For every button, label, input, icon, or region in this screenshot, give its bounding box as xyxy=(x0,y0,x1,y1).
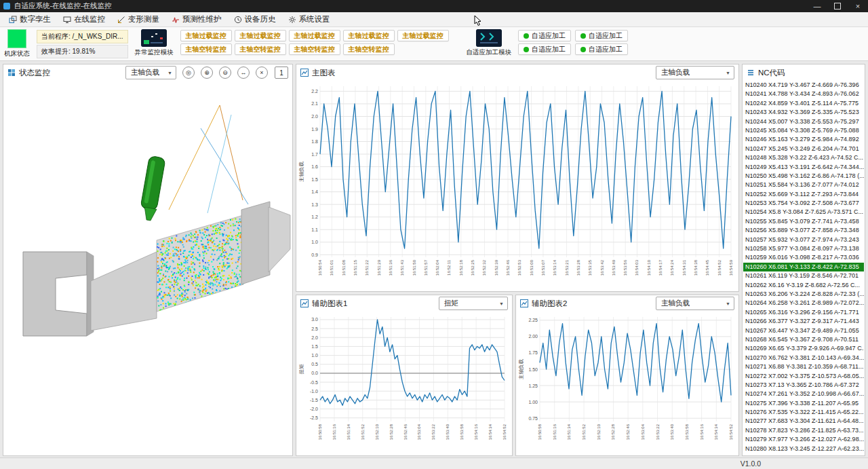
menu-item-system-settings[interactable]: 系统设置 xyxy=(282,12,336,26)
line-chart-icon xyxy=(520,299,528,307)
nc-code-line[interactable]: N10268 X6.545 Y-3.367 Z-9.708 A-70.511 xyxy=(743,335,864,344)
spindle-idle-monitor-button-4[interactable]: 主轴空转监控 xyxy=(343,43,395,55)
nc-code-line[interactable]: N10241 X4.788 Y-3.434 Z-4.893 A-76.062 xyxy=(743,90,864,98)
svg-text:16:54:03: 16:54:03 xyxy=(635,259,639,276)
svg-text:主轴负载: 主轴负载 xyxy=(518,359,524,380)
aux-chart2-signal-dropdown[interactable]: 主轴负载▼ xyxy=(656,297,734,310)
nc-code-line[interactable]: N10244 X5.007 Y-3.338 Z-5.553 A-75.297 xyxy=(743,117,864,126)
svg-text:1.6: 1.6 xyxy=(311,164,318,169)
spindle-overload-monitor-button-3[interactable]: 主轴过载监控 xyxy=(289,30,340,41)
nc-code-line[interactable]: N10240 X4.719 Y-3.467 Z-4.669 A-76.396 xyxy=(743,81,864,90)
nc-code-line[interactable]: N10242 X4.859 Y-3.401 Z-5.114 A-75.775 xyxy=(743,99,864,108)
spindle-overload-monitor-button-2[interactable]: 主轴过载监控 xyxy=(235,30,286,41)
machine-status-label: 机床状态 xyxy=(4,50,30,58)
maximize-button[interactable] xyxy=(827,0,848,12)
nc-code-line[interactable]: N10280 X8.123 Y-3.245 Z-12.227 A-62.23..… xyxy=(743,445,864,453)
aux-chart1-signal-dropdown[interactable]: 扭矩▼ xyxy=(439,297,508,310)
minimize-button[interactable]: — xyxy=(807,0,827,12)
nc-code-line[interactable]: N10261 X6.119 Y-3.159 Z-8.546 A-72.701 xyxy=(743,271,864,280)
spindle-idle-monitor-button-2[interactable]: 主轴空转监控 xyxy=(235,43,286,55)
menu-item-predict-maintenance[interactable]: 预测性维护 xyxy=(165,12,228,26)
nc-code-line[interactable]: N10250 X5.498 Y-3.162 Z-6.86 A-74.178 (.… xyxy=(743,172,864,181)
nc-code-line[interactable]: N10278 X7.823 Y-3.286 Z-11.825 A-63.73..… xyxy=(743,426,864,435)
nc-code-line[interactable]: N10262 X6.16 Y-3.19 Z-8.682 A-72.56 C... xyxy=(743,281,864,290)
status-panel-header: 状态监控 主轴负载▼ ◎ ⊕ ⊖ ↔ × 1 xyxy=(3,64,292,81)
svg-text:16:54:34: 16:54:34 xyxy=(488,424,492,440)
nc-code-line[interactable]: N10264 X6.258 Y-3.261 Z-8.989 A-72.072..… xyxy=(743,299,864,307)
line-chart-icon xyxy=(300,299,309,307)
svg-text:1.4: 1.4 xyxy=(311,189,318,194)
zoom-level-input[interactable]: 1 xyxy=(275,67,288,79)
nc-code-line[interactable]: N10271 X6.88 Y-3.381 Z-10.359 A-68.711..… xyxy=(743,362,864,371)
adaptive-machining-button-3[interactable]: 自适应加工 xyxy=(518,43,571,55)
nc-code-line[interactable]: N10277 X7.683 Y-3.304 Z-11.621 A-64.48..… xyxy=(743,417,864,426)
svg-text:16:51:16: 16:51:16 xyxy=(553,424,557,440)
spindle-idle-monitor-button-3[interactable]: 主轴空转监控 xyxy=(289,43,340,55)
nc-code-line[interactable]: N10273 X7.13 Y-3.365 Z-10.786 A-67.372 xyxy=(743,381,864,390)
pan-icon[interactable]: ◎ xyxy=(182,67,195,79)
nc-code-line[interactable]: N10260 X6.081 Y-3.133 Z-8.422 A-72.835 xyxy=(743,263,864,271)
nc-code-line[interactable]: N10254 X5.8 Y-3.084 Z-7.625 A-73.571 C..… xyxy=(743,208,864,217)
fit-view-icon[interactable]: ↔ xyxy=(237,67,250,79)
nc-code-line[interactable]: N10259 X6.016 Y-3.098 Z-8.217 A-73.036 xyxy=(743,253,864,262)
adaptive-machining-button-2[interactable]: 自适应加工 xyxy=(575,30,628,41)
spindle-overload-monitor-button-1[interactable]: 主轴过载监控 xyxy=(180,30,232,41)
spindle-overload-monitor-button-4[interactable]: 主轴过载监控 xyxy=(343,30,395,41)
adaptive-module-icon xyxy=(476,29,502,47)
model-3d-view[interactable] xyxy=(4,81,292,455)
nc-code-line[interactable]: N10246 X5.163 Y-3.279 Z-5.984 A-74.892 xyxy=(743,135,864,144)
nc-code-line[interactable]: N10257 X5.932 Y-3.077 Z-7.974 A-73.243 xyxy=(743,236,864,244)
nc-code-line[interactable]: N10274 X7.261 Y-3.352 Z-10.998 A-66.67..… xyxy=(743,390,864,398)
spindle-overload-monitor-button-5[interactable]: 主轴过载监控 xyxy=(397,30,449,41)
svg-text:16:51:01: 16:51:01 xyxy=(330,259,334,276)
menu-item-deform-measure[interactable]: 变形测量 xyxy=(111,12,165,26)
spindle-idle-monitor-button-1[interactable]: 主轴空转监控 xyxy=(180,43,232,55)
nc-code-line[interactable]: N10247 X5.245 Y-3.249 Z-6.204 A-74.701 xyxy=(743,145,864,153)
zoom-out-icon[interactable]: ⊖ xyxy=(219,67,231,79)
menu-item-online-monitor[interactable]: 在线监控 xyxy=(57,12,111,26)
svg-text:16:53:04: 16:53:04 xyxy=(641,424,645,440)
nc-code-line[interactable]: N10275 X7.396 Y-3.338 Z-11.207 A-65.95 xyxy=(743,399,864,408)
nc-code-line[interactable]: N10243 X4.932 Y-3.369 Z-5.335 A-75.523 xyxy=(743,108,864,117)
aux-chart1-canvas: 16:50:5816:51:1616:51:3416:51:5216:52:10… xyxy=(297,312,511,455)
nc-code-line[interactable]: N10263 X6.206 Y-3.224 Z-8.828 A-72.33 (.… xyxy=(743,290,864,299)
svg-text:16:53:00: 16:53:00 xyxy=(530,259,534,276)
nc-code-line[interactable]: N10245 X5.084 Y-3.308 Z-5.769 A-75.088 xyxy=(743,126,864,135)
nc-code-line[interactable]: N10279 X7.977 Y-3.266 Z-12.027 A-62.98..… xyxy=(743,435,864,444)
svg-text:16:53:40: 16:53:40 xyxy=(446,424,450,440)
nc-code-line[interactable]: N10258 X5.977 Y-3.084 Z-8.097 A-73.138 xyxy=(743,244,864,253)
nc-code-line[interactable]: N10270 X6.762 Y-3.381 Z-10.143 A-69.34..… xyxy=(743,354,864,362)
reset-view-icon[interactable]: × xyxy=(256,67,268,79)
nc-code-line[interactable]: N10249 X5.413 Y-3.191 Z-6.642 A-74.344..… xyxy=(743,163,864,172)
nc-code-line[interactable]: N10256 X5.889 Y-3.077 Z-7.858 A-73.348 xyxy=(743,226,864,235)
nc-code-line[interactable]: N10253 X5.754 Y-3.092 Z-7.508 A-73.677 xyxy=(743,199,864,208)
nc-code-list[interactable]: N10240 X4.719 Y-3.467 Z-4.669 A-76.396N1… xyxy=(743,81,864,455)
aux-chart1-header: 辅助图表1 扭矩▼ xyxy=(296,295,512,312)
nc-code-line[interactable]: N10267 X6.447 Y-3.347 Z-9.489 A-71.055 xyxy=(743,326,864,335)
adaptive-machining-button-1[interactable]: 自适应加工 xyxy=(518,30,571,41)
zoom-in-icon[interactable]: ⊕ xyxy=(201,67,213,79)
nc-code-line[interactable]: N10248 X5.328 Y-3.22 Z-6.423 A-74.52 C..… xyxy=(743,153,864,162)
svg-text:2.2: 2.2 xyxy=(311,89,318,94)
svg-text:16:53:35: 16:53:35 xyxy=(588,259,592,276)
nc-code-line[interactable]: N10272 X7.002 Y-3.375 Z-10.573 A-68.05..… xyxy=(743,372,864,381)
adaptive-machining-button-4[interactable]: 自适应加工 xyxy=(575,43,628,55)
main-chart-signal-dropdown[interactable]: 主轴负载▼ xyxy=(656,66,734,79)
svg-text:2.00: 2.00 xyxy=(528,334,538,339)
menu-item-digital-twin[interactable]: 数字孪生 xyxy=(3,12,57,26)
nc-code-line[interactable]: N10265 X6.316 Y-3.296 Z-9.156 A-71.771 xyxy=(743,308,864,317)
nc-code-line[interactable]: N10255 X5.845 Y-3.079 Z-7.741 A-73.458 xyxy=(743,217,864,226)
svg-text:16:52:28: 16:52:28 xyxy=(611,424,615,440)
close-button[interactable]: × xyxy=(848,0,868,12)
status-signal-dropdown[interactable]: 主轴负载▼ xyxy=(125,66,176,79)
svg-text:0.9: 0.9 xyxy=(311,252,318,257)
svg-text:16:52:28: 16:52:28 xyxy=(389,424,393,440)
nc-code-line[interactable]: N10269 X6.65 Y-3.379 Z-9.926 A-69.947 C.… xyxy=(743,344,864,353)
nc-code-line[interactable]: N10276 X7.535 Y-3.322 Z-11.415 A-65.22..… xyxy=(743,408,864,417)
monitor-buttons-grid: 主轴过载监控主轴过载监控主轴过载监控主轴过载监控主轴过载监控 主轴空转监控主轴空… xyxy=(180,30,449,55)
adaptive-module-label: 自适应加工模块 xyxy=(467,48,512,57)
nc-code-line[interactable]: N10252 X5.669 Y-3.112 Z-7.293 A-73.844 xyxy=(743,190,864,199)
nc-code-line[interactable]: N10266 X6.377 Y-3.327 Z-9.317 A-71.443 xyxy=(743,317,864,326)
menu-item-device-history[interactable]: 设备历史 xyxy=(228,12,282,26)
nc-code-line[interactable]: N10251 X5.584 Y-3.136 Z-7.077 A-74.012 xyxy=(743,181,864,189)
